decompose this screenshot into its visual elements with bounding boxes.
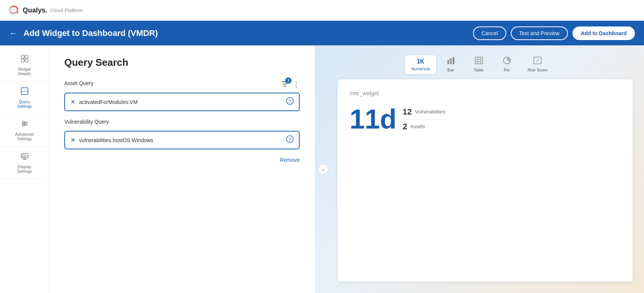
cancel-button[interactable]: Cancel bbox=[473, 26, 506, 40]
table-label: Table bbox=[474, 68, 484, 72]
widget-stats: 12 Vulnerabilities 2 Assets bbox=[403, 107, 445, 132]
asset-query-input-row: ✕ ? bbox=[64, 93, 300, 111]
assets-count: 2 bbox=[403, 122, 407, 132]
svg-rect-13 bbox=[21, 153, 28, 158]
svg-rect-3 bbox=[21, 59, 24, 62]
chart-type-selector: 1K Numerical Bar bbox=[405, 54, 554, 75]
svg-rect-4 bbox=[25, 59, 28, 62]
sidebar: WidgetDetails </> QuerySettings bbox=[0, 45, 49, 293]
asset-query-help-icon[interactable]: ? bbox=[286, 97, 294, 107]
asset-query-header: Asset Query 3 ⋮ bbox=[64, 80, 300, 90]
page-title: Add Widget to Dashboard (VMDR) bbox=[23, 28, 158, 38]
pie-icon bbox=[502, 57, 511, 66]
sidebar-widget-details-label: WidgetDetails bbox=[18, 67, 31, 76]
svg-rect-26 bbox=[453, 57, 454, 64]
assets-label: Assets bbox=[410, 124, 425, 129]
svg-point-11 bbox=[25, 123, 26, 125]
vulnerabilities-count: 12 bbox=[403, 107, 412, 117]
display-settings-icon bbox=[20, 152, 29, 162]
bar-label: Bar bbox=[448, 68, 454, 72]
back-button[interactable]: ← bbox=[9, 28, 17, 38]
query-header-icons: 3 ⋮ bbox=[281, 80, 300, 90]
vulnerability-query-input[interactable] bbox=[79, 137, 282, 143]
widget-card: mttr_widget 11d 12 Vulnerabilities 2 Ass… bbox=[338, 79, 633, 282]
header-actions: Cancel Test and Preview Add to Dashboard bbox=[473, 26, 635, 40]
chart-type-numerical[interactable]: 1K Numerical bbox=[405, 55, 436, 74]
vulnerabilities-label: Vulnerabilities bbox=[415, 109, 445, 115]
filter-badge[interactable]: 3 bbox=[281, 80, 289, 90]
logo-sub: Cloud Platform bbox=[50, 8, 83, 13]
collapse-icon: ‹ bbox=[322, 166, 324, 172]
sidebar-item-advanced-settings[interactable]: AdvancedSettings bbox=[0, 114, 49, 147]
logo-text: Qualys. bbox=[23, 6, 47, 14]
query-settings-icon: </> bbox=[20, 87, 29, 97]
qualys-logo-icon bbox=[8, 4, 20, 16]
content-title: Query Search bbox=[64, 57, 300, 68]
svg-rect-27 bbox=[475, 57, 482, 64]
vulnerability-query-clear-button[interactable]: ✕ bbox=[70, 136, 75, 144]
risk-score-label: Risk Score bbox=[527, 68, 548, 72]
filter-badge-count: 3 bbox=[285, 78, 291, 84]
collapse-panel-button[interactable]: ‹ bbox=[318, 164, 328, 175]
widget-stat-assets: 2 Assets bbox=[403, 122, 445, 132]
widget-stat-vulnerabilities: 12 Vulnerabilities bbox=[403, 107, 445, 117]
header-bar: ← Add Widget to Dashboard (VMDR) Cancel … bbox=[0, 21, 644, 45]
more-options-button[interactable]: ⋮ bbox=[293, 81, 300, 89]
sidebar-advanced-settings-label: AdvancedSettings bbox=[15, 132, 34, 141]
chart-type-table[interactable]: Table bbox=[465, 54, 492, 75]
vulnerability-query-help-icon[interactable]: ? bbox=[286, 135, 294, 145]
widget-value-area: 11d 12 Vulnerabilities 2 Assets bbox=[350, 105, 621, 133]
test-preview-button[interactable]: Test and Preview bbox=[511, 26, 568, 40]
svg-rect-24 bbox=[447, 60, 449, 64]
numerical-icon: 1K bbox=[417, 58, 424, 65]
svg-rect-2 bbox=[25, 55, 28, 58]
asset-query-label: Asset Query bbox=[64, 80, 93, 86]
bar-icon bbox=[446, 57, 455, 66]
svg-rect-25 bbox=[450, 58, 451, 64]
vulnerability-query-input-row: ✕ ? bbox=[64, 131, 300, 149]
widget-details-icon bbox=[20, 54, 29, 65]
top-navigation: Qualys. Cloud Platform bbox=[0, 0, 644, 21]
risk-score-icon: ↗ bbox=[534, 57, 542, 66]
vulnerability-query-header: Vulnerability Query bbox=[64, 119, 300, 128]
sidebar-item-query-settings[interactable]: </> QuerySettings bbox=[0, 82, 49, 114]
logo-area: Qualys. Cloud Platform bbox=[8, 4, 83, 16]
numerical-label: Numerical bbox=[411, 67, 430, 71]
sidebar-query-settings-label: QuerySettings bbox=[17, 99, 32, 109]
sidebar-item-widget-details[interactable]: WidgetDetails bbox=[0, 49, 49, 82]
chart-type-risk-score[interactable]: ↗ Risk Score bbox=[521, 54, 554, 75]
svg-text:↗: ↗ bbox=[536, 59, 539, 63]
table-icon bbox=[474, 57, 483, 66]
advanced-settings-icon bbox=[20, 119, 29, 130]
asset-query-clear-button[interactable]: ✕ bbox=[70, 98, 75, 105]
content-area: Query Search Asset Query 3 ⋮ ✕ ? bbox=[49, 45, 315, 293]
widget-stats-divider bbox=[403, 119, 445, 119]
pie-label: Pie bbox=[504, 68, 510, 72]
main-layout: WidgetDetails </> QuerySettings bbox=[0, 45, 644, 293]
chart-type-bar[interactable]: Bar bbox=[437, 54, 464, 75]
svg-point-12 bbox=[22, 124, 24, 126]
chart-type-pie[interactable]: Pie bbox=[493, 54, 520, 75]
sidebar-display-settings-label: DisplaySettings bbox=[17, 164, 32, 174]
svg-rect-1 bbox=[21, 55, 24, 58]
svg-point-10 bbox=[22, 121, 24, 123]
add-to-dashboard-button[interactable]: Add to Dashboard bbox=[572, 26, 635, 40]
asset-query-input[interactable] bbox=[79, 99, 282, 105]
widget-name: mttr_widget bbox=[350, 90, 621, 96]
vulnerability-query-label: Vulnerability Query bbox=[64, 119, 109, 125]
preview-panel: ‹ 1K Numerical Bar bbox=[315, 45, 644, 293]
header-left: ← Add Widget to Dashboard (VMDR) bbox=[9, 28, 158, 38]
svg-text:?: ? bbox=[289, 99, 291, 104]
sidebar-item-display-settings[interactable]: DisplaySettings bbox=[0, 147, 49, 179]
widget-main-value: 11d bbox=[350, 105, 397, 133]
svg-text:?: ? bbox=[289, 137, 291, 142]
remove-button[interactable]: Remove bbox=[64, 157, 300, 163]
svg-text:</>: </> bbox=[21, 90, 28, 93]
